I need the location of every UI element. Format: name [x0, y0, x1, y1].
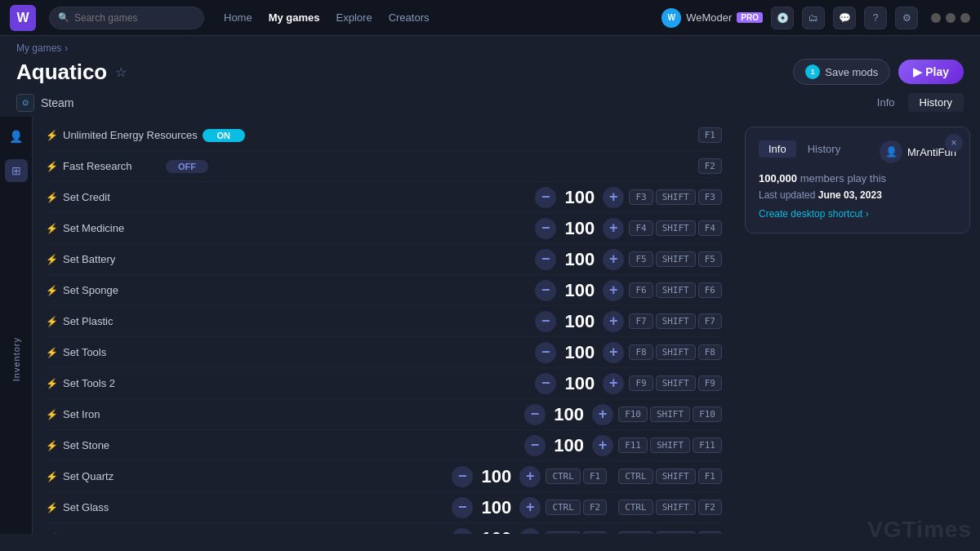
search-input[interactable] — [74, 12, 195, 24]
minimize-button[interactable]: – — [931, 13, 941, 23]
key-badge[interactable]: SHIFT — [656, 500, 696, 515]
stepper-minus-btn[interactable] — [535, 187, 556, 208]
stepper-value: 100 — [561, 342, 598, 363]
key-badge[interactable]: CTRL — [546, 469, 581, 484]
app-logo[interactable]: W — [10, 5, 36, 31]
favorite-icon[interactable]: ☆ — [115, 64, 127, 80]
stepper-minus-btn[interactable] — [535, 311, 556, 332]
key-badge[interactable]: F8 — [698, 344, 722, 360]
key-badge[interactable]: F4 — [629, 220, 653, 236]
key-badge[interactable]: F3 — [698, 189, 722, 205]
stepper-minus-btn[interactable] — [535, 342, 556, 363]
stepper-plus-btn[interactable] — [603, 311, 624, 332]
stepper-minus-btn[interactable] — [535, 280, 556, 301]
stepper-plus-btn[interactable] — [603, 218, 624, 239]
key-badge[interactable]: F3 — [583, 531, 607, 535]
key-badge[interactable]: F2 — [698, 500, 722, 515]
close-button[interactable]: ✕ — [960, 13, 970, 23]
key-badge[interactable]: SHIFT — [650, 407, 690, 422]
key-badge[interactable]: SHIFT — [656, 282, 696, 298]
key-badge[interactable]: F1 — [698, 127, 722, 143]
icon-settings[interactable]: ⚙ — [895, 7, 918, 29]
stepper-plus-btn[interactable] — [603, 373, 624, 394]
tab-info-btn[interactable]: Info — [759, 140, 796, 158]
key-badge[interactable]: F11 — [618, 438, 648, 453]
tab-history[interactable]: History — [908, 93, 964, 112]
key-badge[interactable]: F4 — [698, 220, 722, 236]
stepper-minus-btn[interactable] — [452, 528, 473, 534]
icon-folder[interactable]: 🗂 — [802, 7, 825, 29]
key-badge[interactable]: SHIFT — [656, 189, 696, 205]
stepper-plus-btn[interactable] — [603, 342, 624, 363]
key-badge[interactable]: CTRL — [618, 500, 653, 515]
key-badge[interactable]: SHIFT — [656, 531, 696, 535]
stepper-plus-btn[interactable] — [592, 404, 613, 425]
key-badge[interactable]: F9 — [698, 375, 722, 391]
stepper-plus-btn[interactable] — [603, 280, 624, 301]
search-bar[interactable]: 🔍 — [49, 7, 204, 29]
key-badge[interactable]: F2 — [583, 500, 607, 515]
key-badge[interactable]: F3 — [629, 189, 653, 205]
key-badge[interactable]: SHIFT — [656, 251, 696, 267]
key-badge[interactable]: CTRL — [546, 531, 581, 535]
nav-my-games[interactable]: My games — [269, 11, 320, 24]
key-badge[interactable]: F1 — [698, 469, 722, 484]
key-badge[interactable]: F5 — [698, 251, 722, 267]
key-badge[interactable]: F8 — [629, 344, 653, 360]
key-badge[interactable]: F7 — [629, 313, 653, 329]
toggle-unlimited-energy[interactable]: ON — [203, 129, 245, 142]
key-badge[interactable]: SHIFT — [656, 469, 696, 484]
icon-discord[interactable]: 💬 — [833, 7, 856, 29]
play-button[interactable]: ▶ Play — [898, 60, 964, 84]
key-badge[interactable]: F6 — [698, 282, 722, 298]
key-badge[interactable]: F5 — [629, 251, 653, 267]
stepper-plus-btn[interactable] — [603, 249, 624, 270]
icon-disc[interactable]: 💿 — [771, 7, 794, 29]
key-badge[interactable]: CTRL — [618, 469, 653, 484]
stepper-plus-btn[interactable] — [603, 187, 624, 208]
stepper-minus-btn[interactable] — [524, 435, 546, 456]
key-badge[interactable]: SHIFT — [656, 344, 696, 360]
key-badge[interactable]: CTRL — [618, 531, 653, 535]
breadcrumb-parent[interactable]: My games — [16, 42, 61, 54]
icon-help[interactable]: ? — [864, 7, 887, 29]
key-badge[interactable]: SHIFT — [650, 438, 690, 453]
toggle-fast-research[interactable]: OFF — [166, 160, 208, 173]
key-badge[interactable]: SHIFT — [656, 220, 696, 236]
key-badge[interactable]: F11 — [693, 438, 722, 453]
nav-creators[interactable]: Creators — [389, 11, 430, 24]
popup-close-button[interactable]: × — [945, 134, 963, 152]
nav-explore[interactable]: Explore — [336, 11, 372, 24]
key-badge[interactable]: F2 — [698, 158, 722, 174]
stepper-plus-btn[interactable] — [519, 528, 541, 534]
key-badge[interactable]: F1 — [583, 469, 607, 484]
sidebar-icon-user[interactable]: 👤 — [5, 125, 28, 148]
tab-history-btn[interactable]: History — [798, 140, 850, 158]
stepper-minus-btn[interactable] — [535, 373, 556, 394]
sidebar-icon-inventory[interactable]: ⊞ — [5, 159, 28, 182]
stepper-plus-btn[interactable] — [519, 497, 541, 518]
stepper-minus-btn[interactable] — [452, 466, 473, 487]
popup-shortcut-link[interactable]: Create desktop shortcut › — [759, 208, 869, 220]
tab-info[interactable]: Info — [866, 93, 906, 112]
maximize-button[interactable]: □ — [946, 13, 956, 23]
stepper-plus-btn[interactable] — [519, 466, 541, 487]
key-badge[interactable]: F3 — [698, 531, 722, 535]
stepper-minus-btn[interactable] — [452, 497, 473, 518]
stepper-minus-btn[interactable] — [524, 404, 546, 425]
content-area[interactable]: ⚡ Unlimited Energy Resources ON F1 ⚡ Fas… — [33, 117, 735, 534]
stepper-minus-btn[interactable] — [535, 249, 556, 270]
nav-home[interactable]: Home — [224, 11, 252, 24]
key-badge[interactable]: F9 — [629, 375, 653, 391]
stepper-plus-btn[interactable] — [592, 435, 613, 456]
key-badge[interactable]: F10 — [693, 407, 722, 422]
key-badge[interactable]: F6 — [629, 282, 653, 298]
key-badge[interactable]: SHIFT — [656, 313, 696, 329]
key-badge[interactable]: SHIFT — [656, 375, 696, 391]
header-actions: 1 Save mods ▶ Play — [793, 59, 964, 85]
save-mods-button[interactable]: 1 Save mods — [793, 59, 890, 85]
key-badge[interactable]: F10 — [618, 407, 648, 422]
key-badge[interactable]: CTRL — [546, 500, 581, 515]
key-badge[interactable]: F7 — [698, 313, 722, 329]
stepper-minus-btn[interactable] — [535, 218, 556, 239]
